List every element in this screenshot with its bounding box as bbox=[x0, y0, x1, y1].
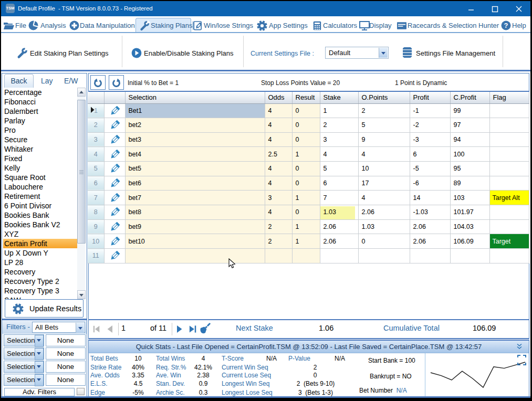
svg-text:1: 1 bbox=[94, 107, 98, 114]
svg-text:?: ? bbox=[504, 22, 508, 29]
